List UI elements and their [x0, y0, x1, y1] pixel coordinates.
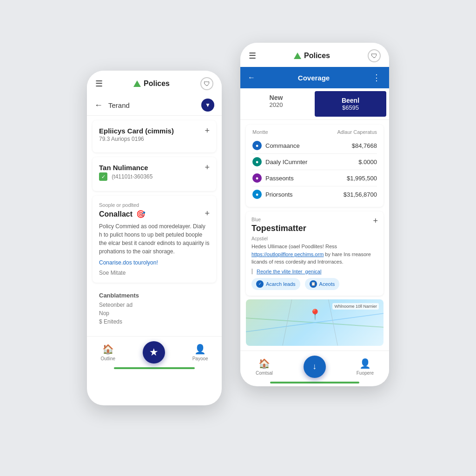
coverage-dots[interactable]: ⋮ [372, 73, 382, 83]
estimatter-title: Topestimatter [251, 224, 306, 233]
col-header-amounts: Adlaur Caperatus [337, 129, 377, 135]
nav-item-comtsal[interactable]: 🏠 Comtsal [256, 358, 273, 376]
coverage-items-card: Montte Adlaur Caperatus ● Commaance $84,… [246, 125, 383, 207]
phone-left: ☰ Polices 🛡 ← Terand ▼ Epliicys Card (ci… [87, 71, 222, 405]
cov-dot-1: ● [252, 141, 262, 150]
action-row: ✓ Acarch leads 📋 Aceots [251, 278, 378, 290]
cov-name-2: Daaly ICumnter [265, 159, 307, 165]
home-icon: 🏠 [102, 344, 114, 355]
card1-subtitle: 79.3 Auriops 0196 [99, 136, 174, 142]
card-policies: Epliicys Card (cimmis) 79.3 Auriops 0196… [93, 120, 216, 152]
map-label: Whlnoome 10ll Narnier [332, 303, 379, 310]
left-top-bar: ☰ Polices 🛡 [87, 71, 222, 95]
map-pin-icon: 📍 [309, 309, 321, 321]
cov-name-1: Commaance [265, 142, 300, 149]
nav-bar-left: ← Terand ▼ [87, 95, 222, 116]
brand-triangle-icon [133, 80, 141, 87]
nav-item-outline[interactable]: 🏠 Outline [100, 344, 115, 361]
cov-value-2: $.0000 [358, 159, 377, 165]
commitment-item-3: $ Eniteds [99, 318, 210, 325]
section-link[interactable]: Conarise.dos tourolyon! [99, 259, 210, 266]
fab-button-right[interactable]: ↓ [304, 356, 326, 378]
nav-label-fuopere: Fuopere [357, 370, 374, 376]
down-icon: ↓ [312, 362, 317, 371]
shield-icon-right[interactable]: 🛡 [368, 49, 381, 62]
cov-value-1: $84,7668 [352, 142, 377, 149]
target-icon: 🎯 [136, 210, 145, 218]
check-icon: ✓ [99, 172, 107, 181]
nav-label-comtsal: Comtsal [256, 370, 273, 376]
card1-title: Epliicys Card (cimmis) [99, 127, 174, 135]
col-header-montte: Montte [252, 129, 268, 135]
fab-button-left[interactable]: ★ [143, 341, 165, 364]
cov-value-3: $1,995,500 [347, 175, 377, 182]
top-estimatter-card: Blue Topestimatter + Acpstiel Hedes Ulli… [246, 212, 383, 296]
tab-beenl[interactable]: Beenl $6595 [315, 91, 386, 117]
estimatter-link[interactable]: https://outlopilflore pechims.orm [251, 251, 324, 257]
coverage-item-3: ● Passeonts $1,995,500 [252, 170, 377, 186]
cov-value-4: $31,56,8700 [344, 191, 377, 198]
cov-name-3: Passeonts [265, 175, 294, 182]
bottom-nav-right: 🏠 Comtsal ↓ 👤 Fuopere [240, 350, 389, 382]
see-more-text[interactable]: Soe Mitate [99, 270, 210, 276]
section-label: Soople or podlted [99, 202, 210, 208]
menu-icon-right[interactable]: ☰ [249, 51, 256, 61]
shield-icon-left[interactable]: 🛡 [200, 77, 213, 90]
coverage-item-2: ● Daaly ICumnter $.0000 [252, 154, 377, 170]
bottom-indicator-right [270, 382, 359, 383]
section-title: Conallact 🎯 [99, 210, 145, 218]
tab-new-2020[interactable]: New 2020 [240, 88, 312, 119]
nav-item-fuopere[interactable]: 👤 Fuopere [357, 358, 374, 376]
brand-right: Polices [294, 52, 330, 60]
star-icon: ★ [149, 346, 159, 358]
nav-item-payooe[interactable]: 👤 Payooe [192, 344, 208, 361]
border-text: Reorle the vlite Inter_genical [251, 269, 378, 274]
card2-title: Tan Nulimance [99, 164, 152, 172]
card-nulimance: Tan Nulimance ✓ (t41101t-360365 + [93, 157, 216, 191]
brand-name-right: Polices [304, 52, 330, 60]
section-add-button[interactable]: + [205, 209, 210, 218]
person-icon-right: 👤 [359, 358, 371, 369]
commitment-item-2: Nop [99, 310, 210, 317]
card1-add-button[interactable]: + [205, 126, 210, 136]
menu-icon[interactable]: ☰ [95, 79, 103, 89]
estimatter-body1: Hedes Ullimace (oael Poodlites! Ress htt… [251, 243, 378, 266]
person-icon-left: 👤 [194, 344, 206, 355]
cov-dot-4: ● [252, 190, 262, 199]
svg-line-2 [283, 299, 292, 345]
tab-row: New 2020 Beenl $6595 [240, 88, 389, 120]
card2-add-button[interactable]: + [205, 163, 210, 172]
bottom-nav-left: 🏠 Outline ★ 👤 Payooe [87, 336, 222, 367]
card2-subtitle: ✓ (t41101t-360365 [99, 172, 152, 181]
nav-title-left: Terand [108, 101, 201, 109]
commitment-item-1: Seteonber ad [99, 302, 210, 308]
coverage-item-1: ● Commaance $84,7668 [252, 138, 377, 154]
section-body: Policy Commied as ood moredelayer. Dialy… [99, 222, 210, 256]
map-area[interactable]: 📍 Whlnoome 10ll Narnier [246, 299, 383, 346]
brand-triangle-icon-right [294, 53, 301, 59]
back-button-left[interactable]: ← [94, 100, 103, 110]
coverage-item-4: ● Priorsonts $31,56,8700 [252, 186, 377, 202]
nav-badge-left[interactable]: ▼ [201, 99, 214, 112]
brand-left: Polices [133, 79, 170, 88]
estimatter-sub-label: Acpstiel [251, 236, 378, 241]
cov-dot-3: ● [252, 173, 262, 183]
coverage-bar: ← Coverage ⋮ [240, 67, 389, 88]
chip-check-icon: ✓ [256, 280, 264, 288]
coverage-back[interactable]: ← [248, 73, 255, 82]
chip-aceots[interactable]: 📋 Aceots [305, 278, 340, 290]
estimatter-add-button[interactable]: + [373, 216, 378, 226]
cov-dot-2: ● [252, 157, 262, 166]
coverage-title: Coverage [255, 74, 372, 82]
chip-leads[interactable]: ✓ Acarch leads [251, 278, 300, 290]
cov-name-4: Priorsonts [265, 191, 293, 198]
commitments-section: Canblatments Seteonber ad Nop $ Eniteds [93, 287, 216, 331]
bottom-indicator-left [114, 367, 195, 369]
contact-section: Soople or podlted Conallact 🎯 + Policy C… [93, 196, 216, 283]
chip-doc-icon: 📋 [310, 280, 317, 288]
nav-label-outline: Outline [100, 356, 115, 361]
estimatter-section-label: Blue [251, 217, 306, 222]
nav-label-payooe: Payooe [192, 356, 208, 361]
commitments-title: Canblatments [99, 292, 210, 299]
right-top-bar: ☰ Polices 🛡 [240, 43, 389, 67]
